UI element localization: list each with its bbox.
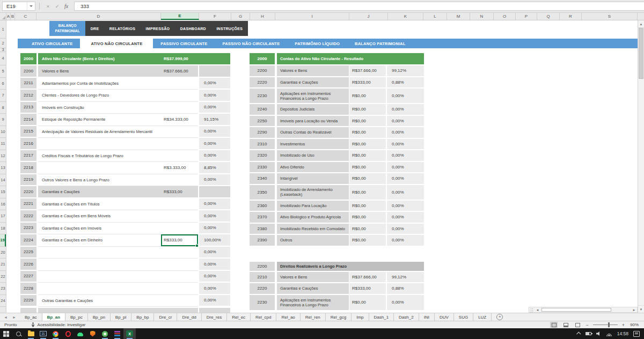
cell-value[interactable] — [161, 308, 198, 313]
sheet-tab-bp-pl[interactable]: Bp_pl — [111, 313, 131, 321]
sheet-tab-dre-res[interactable]: Dre_res — [202, 313, 227, 321]
column-header-d[interactable]: D — [36, 13, 161, 20]
row-header-3[interactable]: 3 — [0, 48, 6, 52]
name-box-dropdown-icon[interactable] — [27, 2, 35, 10]
cell-value[interactable]: R$37.666,00 — [349, 65, 386, 77]
row-header-11[interactable]: 11 — [0, 138, 6, 150]
cell-code[interactable]: 2212 — [20, 90, 36, 102]
cell-value[interactable]: R$0,00 — [349, 173, 386, 185]
ribbon-tab-impressao[interactable]: IMPRESSÃO — [146, 27, 170, 31]
cell-value[interactable]: R$333,00 — [349, 283, 386, 295]
cell-code[interactable]: 2200 — [250, 65, 275, 77]
cell-label[interactable]: Imóveis para Locação ou Venda — [277, 116, 349, 128]
sheet-tab-rel-gcg[interactable]: Rel_gcg — [326, 313, 352, 321]
cell-percent[interactable]: 0,00% — [387, 173, 424, 185]
enter-icon[interactable]: ✓ — [53, 4, 62, 9]
cell-label[interactable]: Imobilizado de Arrendamento (Leaseback) — [277, 185, 349, 201]
speaker-icon[interactable] — [596, 331, 601, 336]
sheet-tab-bp-pc[interactable]: Bp_pc — [65, 313, 88, 321]
excel-icon[interactable]: X — [123, 328, 136, 339]
cell-percent[interactable]: 0,00% — [199, 198, 230, 211]
row-header-21[interactable]: 21 — [0, 259, 6, 271]
cell-label[interactable]: Garantias e Cauções em Bens Móveis — [38, 210, 161, 223]
cell-value[interactable] — [161, 174, 198, 187]
normal-view-button[interactable] — [550, 322, 558, 328]
cell-percent[interactable]: 0,00% — [387, 295, 424, 311]
cell-value[interactable]: R$0,00 — [349, 116, 386, 128]
cell-percent[interactable]: 0,00% — [387, 212, 424, 224]
column-header-h[interactable]: H — [250, 13, 275, 20]
cell-value[interactable]: R$333,00 — [349, 77, 386, 89]
cell-percent[interactable]: 0,00% — [387, 224, 424, 235]
cell-value[interactable]: R$0,00 — [349, 104, 386, 116]
cell-label[interactable] — [38, 283, 161, 295]
cell-label[interactable]: Depósitos Judiciais — [277, 104, 349, 116]
cell-percent[interactable]: 0,00% — [387, 127, 424, 139]
cell-code[interactable]: 2350 — [250, 185, 275, 201]
row-header-24[interactable]: 24 — [0, 295, 6, 307]
cell-label[interactable]: Garantias e Cauções em Imóveis — [38, 223, 161, 235]
select-all-corner[interactable] — [0, 13, 6, 20]
screen-share-icon[interactable] — [99, 328, 111, 339]
file-explorer-icon[interactable] — [25, 328, 37, 339]
cell-label[interactable]: Aplicações em Instrumentos Financeiros a… — [277, 295, 349, 311]
cell-code[interactable]: 2310 — [250, 139, 275, 151]
cell-code[interactable]: 2240 — [250, 104, 275, 116]
cell-percent[interactable]: 99,12% — [387, 65, 424, 77]
cell-value[interactable]: R$0,00 — [349, 201, 386, 212]
cell-code[interactable]: 2211 — [20, 78, 36, 90]
cell-code[interactable]: 2226 — [20, 259, 36, 271]
row-header-2[interactable]: 2 — [0, 39, 6, 48]
cell-code[interactable]: 2222 — [20, 210, 36, 223]
cell-value[interactable]: R$0,00 — [349, 295, 386, 311]
cell-value[interactable] — [161, 150, 198, 163]
column-header-l[interactable]: L — [423, 13, 447, 20]
cell-percent[interactable]: 0,00% — [199, 210, 230, 223]
page-layout-view-button[interactable] — [562, 322, 569, 328]
cell-percent[interactable]: 0,00% — [199, 150, 230, 163]
sheet-tab-bp-ac[interactable]: Bp_ac — [20, 313, 42, 321]
section-tab-ativo-circulante[interactable]: ATIVO CIRCULANTE — [24, 39, 80, 48]
cell-label[interactable]: Valores e Bens — [277, 65, 349, 77]
cell-percent[interactable]: 91,15% — [199, 114, 230, 126]
cell-code[interactable]: 2200 — [250, 262, 275, 272]
cell-value[interactable] — [161, 126, 198, 138]
page-break-view-button[interactable] — [574, 322, 581, 328]
section-tab-patrimonio-liquido[interactable]: PATRIMÔNIO LÍQUIDO — [287, 39, 347, 48]
cell-label[interactable]: Direitos Realizáveis a Longo Prazo — [277, 262, 424, 272]
cell-code[interactable]: 2290 — [250, 127, 275, 139]
start-icon[interactable] — [0, 328, 12, 339]
cell-label[interactable]: Ativo Diferido — [277, 162, 349, 174]
cell-value[interactable]: R$0,00 — [349, 127, 386, 139]
cell-value[interactable]: R$37.999,00 — [161, 53, 230, 65]
cell-percent[interactable]: 0,00% — [199, 223, 230, 235]
column-header-g[interactable]: G — [231, 13, 250, 20]
cell-percent[interactable] — [199, 65, 230, 78]
column-header-f[interactable]: F — [199, 13, 231, 20]
sheet-tab-rel-ren[interactable]: Rel_ren — [301, 313, 326, 321]
cell-label[interactable]: Imobilizado de Uso — [277, 150, 349, 162]
cell-code[interactable]: 2220 — [250, 283, 275, 295]
cell-code[interactable]: 2229 — [20, 295, 36, 307]
column-header-q[interactable]: Q — [537, 13, 560, 20]
cell-percent[interactable]: 0,00% — [199, 138, 230, 150]
sheet-tab-dash-2[interactable]: Dash_2 — [394, 313, 419, 321]
cell-code[interactable]: 2340 — [250, 173, 275, 185]
column-header-e[interactable]: E — [161, 13, 199, 20]
column-header-p[interactable]: P — [516, 13, 537, 20]
clock[interactable]: 14:58 — [617, 331, 628, 336]
cell-label[interactable]: Outros — [277, 235, 349, 247]
cell-code[interactable]: 2215 — [20, 126, 36, 138]
sheet-tab-dre-cr[interactable]: Dre_cr — [154, 313, 177, 321]
cell-code[interactable]: 2216 — [20, 138, 36, 150]
cell-value[interactable]: R$0,00 — [349, 162, 386, 174]
section-tab-passivo-nao-circulante[interactable]: PASSIVO NÃO CIRCULANTE — [215, 39, 288, 48]
cell-percent[interactable]: 0,00% — [387, 89, 424, 104]
cell-code[interactable]: 2221 — [20, 198, 36, 211]
cell-value[interactable]: R$3.333,00 — [161, 162, 198, 174]
row-header-19[interactable]: 19 — [0, 234, 6, 247]
cell-value[interactable]: R$34.333,00 — [161, 114, 198, 126]
row-header-15[interactable]: 15 — [0, 186, 6, 198]
cell-code[interactable]: 2230 — [250, 89, 275, 104]
cell-code[interactable]: 2390 — [250, 235, 275, 247]
